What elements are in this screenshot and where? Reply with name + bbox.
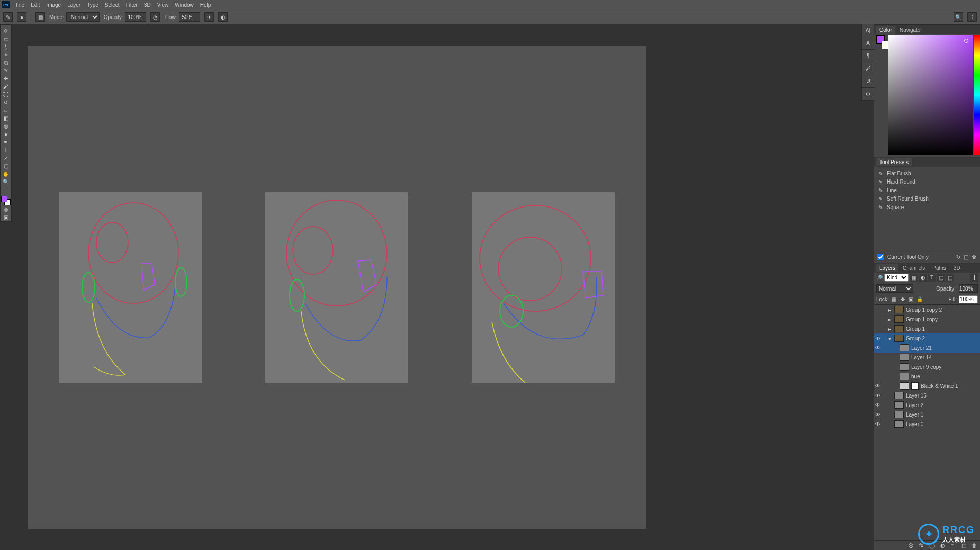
- visibility-icon[interactable]: 👁: [874, 336, 882, 341]
- brush-tool-icon[interactable]: ✎: [3, 12, 13, 22]
- menu-type[interactable]: Type: [84, 2, 102, 8]
- flow-input[interactable]: [179, 12, 200, 22]
- link-layers-icon[interactable]: ⛓: [907, 542, 914, 549]
- chevron-icon[interactable]: ▸: [887, 317, 892, 322]
- pressure-opacity-icon[interactable]: ◔: [150, 12, 160, 22]
- wand-tool-icon[interactable]: ✧: [1, 51, 11, 59]
- hue-slider[interactable]: [974, 35, 980, 155]
- tab-tool-presets[interactable]: Tool Presets: [876, 158, 912, 166]
- filter-pixel-icon[interactable]: ▦: [910, 274, 918, 282]
- refresh-icon[interactable]: ↻: [956, 254, 960, 260]
- visibility-icon[interactable]: 👁: [874, 393, 882, 399]
- color-swatches[interactable]: [1, 196, 11, 205]
- layer-row[interactable]: ▸Group 1 copy 2: [874, 305, 980, 314]
- eraser-tool-icon[interactable]: ▱: [1, 106, 11, 114]
- crop-tool-icon[interactable]: ⧉: [1, 59, 11, 67]
- filter-toggle-icon[interactable]: ⏽: [970, 274, 978, 282]
- lasso-tool-icon[interactable]: ⟆: [1, 43, 11, 51]
- layer-row[interactable]: 👁Layer 1: [874, 410, 980, 419]
- menu-image[interactable]: Image: [43, 2, 64, 8]
- layer-row[interactable]: 👁Layer 21: [874, 343, 980, 353]
- visibility-icon[interactable]: 👁: [874, 383, 882, 389]
- history-panel-icon[interactable]: ↺: [862, 75, 874, 88]
- menu-edit[interactable]: Edit: [28, 2, 43, 8]
- glyphs-panel-icon[interactable]: A|: [862, 24, 874, 37]
- filter-shape-icon[interactable]: ▢: [937, 274, 945, 282]
- edit-toolbar-icon[interactable]: ⋯: [1, 186, 11, 194]
- brush-panel-icon[interactable]: ▦: [35, 12, 45, 22]
- menu-view[interactable]: View: [154, 2, 172, 8]
- move-tool-icon[interactable]: ✥: [1, 27, 11, 35]
- filter-kind-select[interactable]: Kind: [884, 274, 909, 282]
- lock-position-icon[interactable]: ✥: [900, 296, 906, 303]
- visibility-icon[interactable]: 👁: [874, 421, 882, 427]
- preset-square[interactable]: ✎Square: [876, 203, 978, 211]
- layer-row[interactable]: ▸Group 1: [874, 324, 980, 333]
- chevron-icon[interactable]: ▸: [887, 307, 892, 313]
- menu-layer[interactable]: Layer: [64, 2, 84, 8]
- search-icon[interactable]: 🔍: [954, 12, 963, 22]
- tab-color[interactable]: Color: [876, 26, 895, 34]
- layer-row[interactable]: 👁▾Group 2: [874, 333, 980, 343]
- visibility-icon[interactable]: 👁: [874, 402, 882, 408]
- preset-soft-round[interactable]: ✎Soft Round Brush: [876, 194, 978, 203]
- type-tool-icon[interactable]: T: [1, 146, 11, 154]
- shape-tool-icon[interactable]: ▢: [1, 162, 11, 170]
- layer-row[interactable]: hue: [874, 372, 980, 381]
- visibility-icon[interactable]: 👁: [874, 412, 882, 418]
- layer-row[interactable]: 👁Layer 2: [874, 400, 980, 410]
- airbrush-icon[interactable]: ✈: [204, 12, 214, 22]
- layer-row[interactable]: Layer 9 copy: [874, 362, 980, 372]
- menu-file[interactable]: File: [13, 2, 28, 8]
- menu-3d[interactable]: 3D: [141, 2, 154, 8]
- layer-row[interactable]: 👁Layer 0: [874, 419, 980, 429]
- mode-select[interactable]: Normal: [66, 12, 100, 22]
- lock-pixels-icon[interactable]: ▦: [891, 296, 897, 303]
- fill-input[interactable]: [959, 295, 978, 303]
- lock-artboard-icon[interactable]: ▣: [908, 296, 914, 303]
- filter-type-icon[interactable]: T: [928, 274, 936, 282]
- chevron-icon[interactable]: ▾: [887, 336, 892, 341]
- current-tool-only[interactable]: Current Tool Only ↻ ◫ 🗑: [874, 251, 980, 263]
- preset-hard-round[interactable]: ✎Hard Round: [876, 177, 978, 186]
- filter-adj-icon[interactable]: ◐: [919, 274, 927, 282]
- layer-opacity-input[interactable]: [959, 284, 978, 293]
- color-field[interactable]: [888, 35, 973, 155]
- gradient-tool-icon[interactable]: ◧: [1, 114, 11, 122]
- stamp-tool-icon[interactable]: ⛶: [1, 91, 11, 98]
- layer-row[interactable]: Layer 14: [874, 353, 980, 362]
- filter-smart-icon[interactable]: ◫: [946, 274, 954, 282]
- properties-panel-icon[interactable]: ⚙: [862, 88, 874, 101]
- brush-preset-icon[interactable]: ●: [17, 12, 26, 22]
- hand-tool-icon[interactable]: ✋: [1, 170, 11, 178]
- foreground-swatch[interactable]: [1, 196, 7, 202]
- preset-flat-brush[interactable]: ✎Flat Brush: [876, 169, 978, 177]
- preset-line[interactable]: ✎Line: [876, 186, 978, 194]
- current-tool-checkbox[interactable]: [877, 254, 884, 260]
- marquee-tool-icon[interactable]: ▭: [1, 35, 11, 43]
- canvas[interactable]: [28, 46, 646, 529]
- quickmask-icon[interactable]: ◎: [1, 205, 11, 213]
- screenmode-icon[interactable]: ▣: [1, 213, 11, 221]
- eyedropper-tool-icon[interactable]: ✎: [1, 67, 11, 75]
- pen-tool-icon[interactable]: ✒: [1, 138, 11, 146]
- menu-filter[interactable]: Filter: [123, 2, 141, 8]
- brush-tool-icon[interactable]: 🖌: [1, 83, 11, 91]
- menu-window[interactable]: Window: [172, 2, 197, 8]
- blend-mode-select[interactable]: Normal: [876, 284, 913, 293]
- tab-paths[interactable]: Paths: [929, 264, 949, 272]
- paragraph-panel-icon[interactable]: ¶: [862, 50, 874, 62]
- layer-row[interactable]: ▸Group 1 copy: [874, 314, 980, 324]
- character-panel-icon[interactable]: A: [862, 37, 874, 50]
- menu-help[interactable]: Help: [197, 2, 214, 8]
- heal-tool-icon[interactable]: ✚: [1, 75, 11, 83]
- tab-layers[interactable]: Layers: [876, 264, 898, 272]
- menu-select[interactable]: Select: [102, 2, 123, 8]
- layer-row[interactable]: 👁◐Black & White 1: [874, 381, 980, 391]
- layer-row[interactable]: 👁Layer 15: [874, 391, 980, 400]
- chevron-icon[interactable]: ▸: [887, 326, 892, 332]
- new-preset-icon[interactable]: ◫: [964, 254, 968, 260]
- tab-navigator[interactable]: Navigator: [896, 26, 925, 34]
- opacity-input[interactable]: [125, 12, 146, 22]
- lock-all-icon[interactable]: 🔒: [916, 296, 923, 303]
